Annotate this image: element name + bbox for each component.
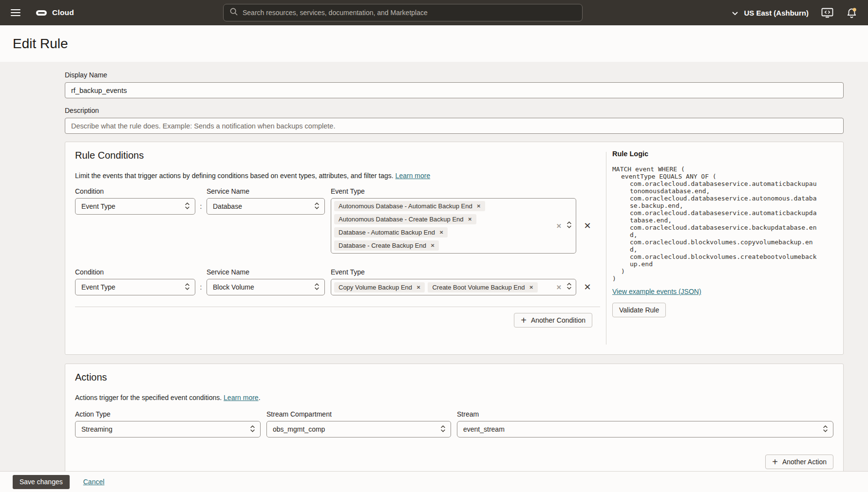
cloud-shell-icon[interactable]: [821, 8, 833, 18]
event-type-tag-label: Autonomous Database - Automatic Backup E…: [339, 202, 472, 210]
content: Display Name Description Rule Conditions…: [0, 71, 868, 479]
view-example-events-link[interactable]: View example events (JSON): [612, 288, 701, 295]
region-selector[interactable]: US East (Ashburn): [732, 9, 809, 17]
select-chevrons-icon: [314, 282, 320, 292]
display-name-label: Display Name: [65, 71, 844, 79]
topbar: Cloud US East (Ashburn): [0, 0, 868, 25]
remove-tag-icon[interactable]: ✕: [468, 217, 472, 222]
rule-conditions-title: Rule Conditions: [75, 150, 600, 161]
footer-bar: Save changes Cancel: [0, 471, 868, 492]
service-name-label: Service Name: [207, 187, 331, 195]
event-type-tag: Database - Create Backup End✕: [334, 240, 439, 251]
validate-rule-button[interactable]: Validate Rule: [612, 303, 666, 317]
region-label: US East (Ashburn): [744, 9, 809, 17]
description-label: Description: [65, 107, 844, 114]
remove-tag-icon[interactable]: ✕: [416, 285, 420, 290]
rule-logic-line: com.oraclecloud.databaseservice.autonomo…: [612, 195, 819, 209]
event-type-tag: Autonomous Database - Create Backup End✕: [334, 214, 476, 224]
display-name-input[interactable]: [65, 82, 844, 98]
clear-selection-icon[interactable]: ✕: [556, 284, 562, 291]
rule-logic-title: Rule Logic: [612, 150, 834, 158]
notification-badge: [853, 8, 856, 11]
plus-icon: +: [772, 457, 778, 467]
event-type-multiselect[interactable]: Copy Volume Backup End✕Create Boot Volum…: [331, 279, 576, 295]
event-type-tag-label: Database - Automatic Backup End: [339, 229, 435, 236]
page-title: Edit Rule: [13, 36, 68, 52]
condition-labels-row: Condition Service Name Event Type: [75, 268, 600, 276]
remove-tag-icon[interactable]: ✕: [529, 285, 533, 290]
search-icon: [229, 7, 238, 18]
rule-logic-line: ): [612, 268, 819, 275]
remove-condition-icon[interactable]: ✕: [576, 220, 599, 231]
actions-labels-row: Action Type Stream Compartment Stream: [75, 410, 833, 418]
condition-label: Condition: [75, 187, 207, 195]
stream-label: Stream: [457, 410, 479, 418]
remove-condition-icon[interactable]: ✕: [576, 282, 599, 292]
rule-logic-line: ): [612, 275, 819, 282]
action-row: Streaming obs_mgmt_comp event_stream: [75, 421, 833, 437]
event-type-tag-label: Create Boot Volume Backup End: [432, 284, 525, 291]
description-input[interactable]: [65, 118, 844, 134]
rule-logic-line: com.oraclecloud.databaseservice.automati…: [612, 209, 819, 224]
notifications-bell-icon[interactable]: [846, 7, 857, 18]
select-chevrons-icon: [185, 201, 190, 212]
stream-compartment-label: Stream Compartment: [266, 410, 457, 418]
condition-colon: :: [195, 198, 207, 215]
event-type-tag-label: Autonomous Database - Create Backup End: [339, 216, 464, 223]
condition-labels-row: Condition Service Name Event Type: [75, 187, 600, 195]
rule-conditions-intro: Limit the events that trigger actions by…: [75, 172, 600, 180]
actions-title: Actions: [75, 372, 833, 383]
condition-colon: :: [195, 279, 207, 295]
brand-label: Cloud: [52, 8, 74, 17]
select-chevrons-icon: [314, 201, 320, 212]
condition-row: Event Type : Block Volume Copy Volume Ba…: [75, 279, 600, 295]
clear-selection-icon[interactable]: ✕: [556, 222, 562, 230]
service-name-select[interactable]: Block Volume: [207, 279, 325, 295]
event-type-multiselect[interactable]: Autonomous Database - Automatic Backup E…: [331, 198, 576, 254]
another-condition-button[interactable]: + Another Condition: [514, 313, 592, 328]
another-action-button[interactable]: + Another Action: [765, 455, 833, 469]
event-type-tag-label: Copy Volume Backup End: [339, 284, 412, 291]
select-chevrons-icon: [440, 424, 446, 435]
hamburger-menu-icon[interactable]: [11, 9, 20, 16]
chevron-down-icon: [732, 9, 738, 17]
rule-logic-panel: Rule Logic MATCH event WHERE (eventType …: [606, 142, 843, 354]
condition-row: Event Type : Database Autonomous Databas…: [75, 198, 600, 254]
conditions-divider: [75, 307, 600, 307]
plus-icon: +: [521, 315, 527, 325]
event-type-tag: Autonomous Database - Automatic Backup E…: [334, 201, 485, 211]
stream-compartment-select[interactable]: obs_mgmt_comp: [266, 421, 451, 437]
page-header: Edit Rule: [0, 25, 868, 62]
oracle-logo: [36, 10, 47, 16]
cancel-link[interactable]: Cancel: [83, 478, 105, 486]
action-type-label: Action Type: [75, 410, 266, 418]
select-chevrons-icon: [823, 424, 828, 435]
event-type-label: Event Type: [331, 268, 365, 276]
actions-learn-more-link[interactable]: Learn more: [224, 394, 259, 401]
rule-logic-line: com.oraclecloud.databaseservice.automati…: [612, 180, 819, 195]
event-type-tag: Create Boot Volume Backup End✕: [428, 282, 537, 292]
rule-logic-line: MATCH event WHERE (: [612, 165, 819, 173]
global-search[interactable]: [223, 4, 583, 21]
stream-select[interactable]: event_stream: [457, 421, 833, 437]
condition-label: Condition: [75, 268, 207, 276]
search-input[interactable]: [243, 9, 576, 17]
conditions-learn-more-link[interactable]: Learn more: [396, 172, 431, 180]
save-changes-button[interactable]: Save changes: [13, 475, 70, 489]
condition-select[interactable]: Event Type: [75, 279, 195, 295]
remove-tag-icon[interactable]: ✕: [431, 243, 434, 248]
remove-tag-icon[interactable]: ✕: [439, 230, 443, 235]
action-type-select[interactable]: Streaming: [75, 421, 261, 437]
select-chevrons-icon: [185, 282, 190, 292]
rule-logic-code: MATCH event WHERE (eventType EQUALS ANY …: [612, 165, 819, 282]
rule-conditions-card: Rule Conditions Limit the events that tr…: [65, 142, 844, 355]
select-chevrons-icon: [566, 220, 572, 231]
service-name-select[interactable]: Database: [207, 198, 325, 215]
rule-logic-line: com.oraclecloud.databaseservice.backupda…: [612, 224, 819, 238]
event-type-label: Event Type: [331, 187, 365, 195]
rule-logic-line: com.oraclecloud.blockvolumes.copyvolumeb…: [612, 238, 819, 253]
condition-select[interactable]: Event Type: [75, 198, 195, 215]
rule-logic-line: eventType EQUALS ANY OF (: [612, 173, 819, 180]
actions-intro: Actions trigger for the specified event …: [75, 394, 833, 401]
remove-tag-icon[interactable]: ✕: [477, 203, 481, 209]
